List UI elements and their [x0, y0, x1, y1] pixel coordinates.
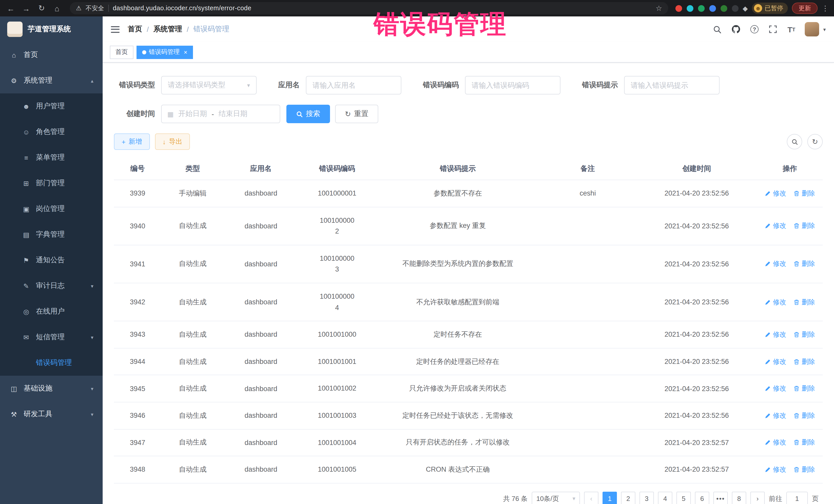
- sidebar-item-3[interactable]: ☺角色管理: [0, 119, 103, 145]
- page-button-6[interactable]: 6: [695, 491, 709, 504]
- goto-page-input[interactable]: [786, 491, 808, 504]
- forward-icon[interactable]: →: [21, 4, 32, 13]
- edit-link[interactable]: 修改: [765, 259, 786, 269]
- main-area: 首页 / 系统管理 / 错误码管理 ?: [103, 17, 834, 504]
- app-name-input[interactable]: [306, 76, 401, 94]
- extension-icon[interactable]: [698, 5, 705, 12]
- page-button-8[interactable]: 8: [732, 491, 746, 504]
- avatar-caret-icon[interactable]: ▾: [823, 26, 826, 32]
- page-button-3[interactable]: 3: [639, 491, 654, 504]
- export-button[interactable]: ↓ 导出: [155, 133, 190, 150]
- address-bar[interactable]: ⚠ 不安全 dashboard.yudao.iocoder.cn/system/…: [70, 2, 668, 14]
- edit-link[interactable]: 修改: [765, 357, 786, 366]
- home-icon[interactable]: ⌂: [51, 4, 63, 13]
- extension-icon[interactable]: [732, 5, 739, 12]
- code-cell: 1001001005: [298, 456, 376, 483]
- edit-link[interactable]: 修改: [765, 298, 786, 307]
- user-avatar[interactable]: [805, 22, 819, 37]
- breadcrumb-system[interactable]: 系统管理: [153, 25, 182, 34]
- search-button[interactable]: 搜索: [286, 105, 330, 123]
- extension-icon[interactable]: [721, 5, 727, 12]
- sidebar-item-14[interactable]: ⚒研发工具▾: [0, 401, 103, 427]
- filter-code-label: 错误码编码: [423, 81, 459, 90]
- error-msg-input[interactable]: [624, 76, 720, 94]
- bookmark-star-icon[interactable]: ☆: [656, 4, 662, 12]
- flag-icon: ⚑: [22, 256, 31, 264]
- date-range-picker[interactable]: ▦ 开始日期 - 结束日期: [161, 105, 280, 123]
- edit-link[interactable]: 修改: [765, 411, 786, 420]
- table-header-row: 编号类型应用名错误码编码错误码提示备注创建时间操作: [114, 158, 823, 180]
- page-button-5[interactable]: 5: [676, 491, 691, 504]
- edit-link[interactable]: 修改: [765, 221, 786, 231]
- page-button-2[interactable]: 2: [621, 491, 635, 504]
- sidebar-item-2[interactable]: ☻用户管理: [0, 93, 103, 119]
- url-text[interactable]: dashboard.yudao.iocoder.cn/system/error-…: [113, 5, 652, 12]
- delete-link[interactable]: 删除: [793, 189, 815, 198]
- back-icon[interactable]: ←: [5, 4, 17, 13]
- sidebar-item-4[interactable]: ≡菜单管理: [0, 145, 103, 170]
- delete-link[interactable]: 删除: [793, 438, 815, 447]
- pager-more-button[interactable]: •••: [714, 491, 728, 504]
- reset-button[interactable]: ↻ 重置: [335, 105, 378, 123]
- error-type-select[interactable]: 请选择错误码类型 ▾: [161, 76, 257, 94]
- add-button[interactable]: + 新增: [114, 133, 150, 150]
- sidebar-item-13[interactable]: ◫基础设施▾: [0, 376, 103, 401]
- delete-link[interactable]: 删除: [793, 298, 815, 307]
- delete-link[interactable]: 删除: [793, 259, 815, 269]
- next-page-button[interactable]: ›: [750, 491, 765, 504]
- sidebar-item-12[interactable]: 错误码管理: [0, 350, 103, 376]
- memo-cell: [539, 245, 636, 283]
- page-button-1[interactable]: 1: [602, 491, 617, 504]
- sidebar-item-9[interactable]: ✎审计日志▾: [0, 273, 103, 299]
- prev-page-button[interactable]: ‹: [584, 491, 598, 504]
- delete-link[interactable]: 删除: [793, 221, 815, 231]
- sidebar-item-11[interactable]: ✉短信管理▾: [0, 324, 103, 350]
- extension-icon[interactable]: [709, 5, 716, 12]
- delete-link[interactable]: 删除: [793, 465, 815, 474]
- page-size-select[interactable]: 10条/页 ▾: [532, 491, 580, 504]
- edit-link[interactable]: 修改: [765, 438, 786, 447]
- edit-link[interactable]: 修改: [765, 330, 786, 339]
- sidebar-logo-row[interactable]: 芋道管理系统: [0, 17, 103, 42]
- sidebar-item-5[interactable]: ⊞部门管理: [0, 170, 103, 196]
- code-cell: 1001001004: [298, 429, 376, 456]
- show-search-icon[interactable]: [787, 134, 802, 149]
- delete-link[interactable]: 删除: [793, 330, 815, 339]
- delete-link[interactable]: 删除: [793, 384, 815, 393]
- reload-icon[interactable]: ↻: [36, 4, 47, 13]
- type-cell: 手动编辑: [161, 180, 224, 207]
- tab-home[interactable]: 首页: [110, 45, 133, 59]
- search-icon[interactable]: [712, 24, 723, 35]
- breadcrumb-home[interactable]: 首页: [128, 25, 142, 34]
- code-cell: 1001001002: [298, 375, 376, 402]
- extension-icon[interactable]: [687, 5, 694, 12]
- github-icon[interactable]: [731, 24, 741, 35]
- delete-link[interactable]: 删除: [793, 357, 815, 366]
- delete-link[interactable]: 删除: [793, 411, 815, 420]
- page-button-4[interactable]: 4: [658, 491, 672, 504]
- edit-link[interactable]: 修改: [765, 384, 786, 393]
- fullscreen-icon[interactable]: [768, 24, 778, 35]
- error-code-input[interactable]: [465, 76, 561, 94]
- filter-app-label: 应用名: [278, 81, 300, 90]
- browser-menu-icon[interactable]: ⋮: [822, 4, 829, 12]
- tab-error-code[interactable]: 错误码管理 ×: [136, 45, 193, 59]
- sidebar-item-0[interactable]: ⌂首页: [0, 42, 103, 68]
- browser-profile-chip[interactable]: ☻ 已暂停: [752, 3, 788, 14]
- help-icon[interactable]: ?: [749, 24, 760, 35]
- close-icon[interactable]: ×: [184, 48, 187, 56]
- browser-update-button[interactable]: 更新: [792, 3, 817, 14]
- sidebar-item-10[interactable]: ◎在线用户: [0, 299, 103, 324]
- sidebar-item-8[interactable]: ⚑通知公告: [0, 247, 103, 273]
- edit-link[interactable]: 修改: [765, 465, 786, 474]
- sidebar-item-1[interactable]: ⚙系统管理▴: [0, 68, 103, 93]
- refresh-table-icon[interactable]: ↻: [807, 134, 823, 149]
- security-label[interactable]: 不安全: [86, 4, 104, 13]
- extensions-puzzle-icon[interactable]: ◆: [743, 4, 748, 12]
- sidebar-item-7[interactable]: ▤字典管理: [0, 222, 103, 247]
- edit-link[interactable]: 修改: [765, 189, 786, 198]
- sidebar-item-6[interactable]: ▣岗位管理: [0, 196, 103, 222]
- extension-icon[interactable]: [675, 5, 682, 12]
- menu-fold-icon[interactable]: [111, 26, 119, 32]
- font-size-icon[interactable]: TT: [786, 24, 796, 35]
